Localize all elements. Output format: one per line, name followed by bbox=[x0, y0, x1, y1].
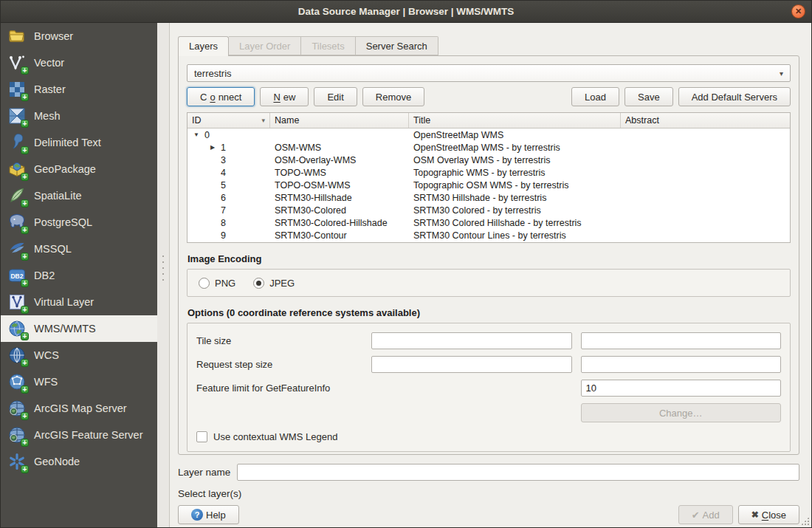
change-crs-button: Change… bbox=[581, 403, 782, 422]
server-connection-select[interactable]: terrestris ▾ bbox=[187, 64, 791, 82]
radio-jpeg[interactable]: JPEG bbox=[253, 278, 295, 289]
sidebar-item-browser[interactable]: Browser bbox=[1, 23, 157, 49]
column-header-id[interactable]: ID▾ bbox=[187, 113, 270, 128]
sidebar-item-wfs[interactable]: +WFS bbox=[1, 368, 157, 395]
sidebar-item-arcgis-feature-server[interactable]: +ArcGIS Feature Server bbox=[1, 422, 157, 448]
vector-points-icon: + bbox=[7, 53, 27, 72]
branch-closed-icon[interactable]: ▶ bbox=[208, 144, 217, 151]
request-step-width-input[interactable] bbox=[371, 356, 572, 373]
help-button[interactable]: ?Help bbox=[178, 505, 239, 524]
status-select-layers: Select layer(s) bbox=[178, 488, 799, 499]
cell-id: 5 bbox=[221, 180, 226, 191]
connect-button[interactable]: Connect bbox=[187, 87, 255, 106]
cell-name: SRTM30-Colored bbox=[270, 205, 409, 216]
table-row[interactable]: 7SRTM30-ColoredSRTM30 Colored - by terre… bbox=[187, 204, 790, 216]
load-button[interactable]: Load bbox=[571, 87, 619, 106]
sidebar-item-geonode[interactable]: +GeoNode bbox=[1, 448, 157, 475]
tab-layers[interactable]: Layers bbox=[178, 36, 229, 56]
plus-badge-icon: + bbox=[21, 332, 29, 340]
feature-limit-input[interactable] bbox=[581, 380, 782, 397]
chevron-down-icon: ▾ bbox=[780, 69, 783, 78]
sidebar-item-label: GeoNode bbox=[34, 456, 80, 467]
cell-name: SRTM30-Colored-Hillshade bbox=[270, 218, 409, 228]
sidebar-item-arcgis-map-server[interactable]: +ArcGIS Map Server bbox=[1, 395, 157, 422]
cell-id: 4 bbox=[221, 168, 226, 178]
save-button[interactable]: Save bbox=[625, 87, 673, 106]
cell-title: SRTM30 Colored - by terrestris bbox=[409, 205, 621, 216]
sidebar-item-spatialite[interactable]: +SpatiaLite bbox=[1, 182, 157, 209]
edit-button[interactable]: Edit bbox=[314, 87, 357, 106]
table-row[interactable]: ▼0OpenStreetMap WMS bbox=[187, 128, 790, 141]
layers-table-header: ID▾NameTitleAbstract bbox=[187, 113, 790, 128]
feather-icon: + bbox=[7, 186, 27, 205]
sidebar-item-db2[interactable]: DB2+DB2 bbox=[1, 262, 157, 289]
sidebar-item-label: MSSQL bbox=[34, 243, 72, 255]
plus-badge-icon: + bbox=[21, 226, 29, 234]
sidebar-item-label: Mesh bbox=[34, 110, 60, 122]
sidebar-item-postgresql[interactable]: +PostgreSQL bbox=[1, 209, 157, 236]
plus-badge-icon: + bbox=[21, 359, 29, 367]
column-header-title[interactable]: Title bbox=[409, 113, 621, 128]
geopackage-box-icon: + bbox=[7, 160, 27, 179]
sidebar-item-raster[interactable]: +Raster bbox=[1, 76, 157, 103]
branch-open-icon[interactable]: ▼ bbox=[192, 131, 201, 138]
cell-name: SRTM30-Hillshade bbox=[270, 193, 409, 203]
column-header-label: Name bbox=[275, 115, 299, 126]
request-step-height-input[interactable] bbox=[581, 356, 782, 373]
sidebar-item-delimited-text[interactable]: +Delimited Text bbox=[1, 129, 157, 156]
geonode-spark-icon: + bbox=[7, 452, 27, 471]
sidebar-splitter[interactable] bbox=[157, 23, 170, 527]
wms-legend-checkbox[interactable] bbox=[196, 431, 207, 442]
image-encoding-group: PNGJPEG bbox=[187, 269, 791, 297]
table-row[interactable]: 5TOPO-OSM-WMSTopographic OSM WMS - by te… bbox=[187, 179, 790, 191]
layers-table: ID▾NameTitleAbstract ▼0OpenStreetMap WMS… bbox=[187, 112, 791, 243]
sidebar-item-virtual-layer[interactable]: +Virtual Layer bbox=[1, 289, 157, 315]
sidebar-item-vector[interactable]: +Vector bbox=[1, 49, 157, 76]
table-row[interactable]: 3OSM-Overlay-WMSOSM Overlay WMS - by ter… bbox=[187, 154, 790, 166]
sidebar-item-label: Raster bbox=[34, 83, 66, 95]
sidebar-item-wms-wmts[interactable]: +WMS/WMTS bbox=[1, 315, 157, 342]
folder-icon bbox=[7, 27, 27, 46]
tile-size-width-input[interactable] bbox=[371, 332, 572, 349]
options-group: Tile size Request step size Feature limi… bbox=[187, 323, 791, 452]
sidebar-item-mssql[interactable]: +MSSQL bbox=[1, 236, 157, 262]
sidebar-item-wcs[interactable]: +WCS bbox=[1, 342, 157, 368]
layer-name-input[interactable] bbox=[237, 464, 799, 481]
plus-badge-icon: + bbox=[21, 120, 29, 128]
cell-id: 7 bbox=[221, 205, 226, 216]
cell-name: OSM-Overlay-WMS bbox=[270, 155, 409, 165]
sidebar-item-label: ArcGIS Map Server bbox=[34, 402, 127, 414]
close-button[interactable]: ✖Close bbox=[738, 505, 799, 524]
request-step-label: Request step size bbox=[196, 359, 362, 370]
new-button[interactable]: New bbox=[260, 87, 309, 106]
sidebar-item-label: WCS bbox=[34, 349, 59, 361]
radio-png[interactable]: PNG bbox=[199, 278, 235, 289]
close-icon: ✖ bbox=[751, 510, 759, 520]
help-icon: ? bbox=[191, 509, 203, 521]
remove-button[interactable]: Remove bbox=[362, 87, 424, 106]
tile-size-height-input[interactable] bbox=[581, 332, 782, 349]
wms-panel: LayersLayer OrderTilesetsServer Search t… bbox=[170, 23, 811, 527]
window-close-icon[interactable]: ✕ bbox=[791, 4, 805, 18]
table-row[interactable]: 4TOPO-WMSTopographic WMS - by terrestris bbox=[187, 166, 790, 179]
sidebar-item-geopackage[interactable]: +GeoPackage bbox=[1, 156, 157, 182]
add-default-servers-button[interactable]: Add Default Servers bbox=[678, 87, 791, 106]
plus-badge-icon: + bbox=[21, 465, 29, 473]
mssql-wing-icon: + bbox=[7, 239, 27, 258]
cell-id: 8 bbox=[221, 218, 226, 228]
cell-id: 6 bbox=[221, 193, 226, 203]
column-header-abstract[interactable]: Abstract bbox=[621, 113, 790, 128]
table-row[interactable]: 6SRTM30-HillshadeSRTM30 Hillshade - by t… bbox=[187, 191, 790, 204]
cell-title: SRTM30 Colored Hillshade - by terrestris bbox=[409, 218, 621, 228]
column-header-name[interactable]: Name bbox=[270, 113, 409, 128]
cell-id: 0 bbox=[204, 130, 210, 140]
table-row[interactable]: ▶1OSM-WMSOpenStreetMap WMS - by terrestr… bbox=[187, 141, 790, 154]
cell-name: SRTM30-Contour bbox=[270, 230, 409, 241]
table-row[interactable]: 8SRTM30-Colored-HillshadeSRTM30 Colored … bbox=[187, 216, 790, 229]
sidebar-item-mesh[interactable]: +Mesh bbox=[1, 103, 157, 129]
tab-server-search[interactable]: Server Search bbox=[356, 36, 438, 55]
sidebar-item-label: WMS/WMTS bbox=[34, 323, 96, 335]
column-header-label: Title bbox=[413, 115, 430, 126]
table-row[interactable]: 9SRTM30-ContourSRTM30 Contour Lines - by… bbox=[187, 229, 790, 241]
tile-size-label: Tile size bbox=[196, 335, 362, 346]
